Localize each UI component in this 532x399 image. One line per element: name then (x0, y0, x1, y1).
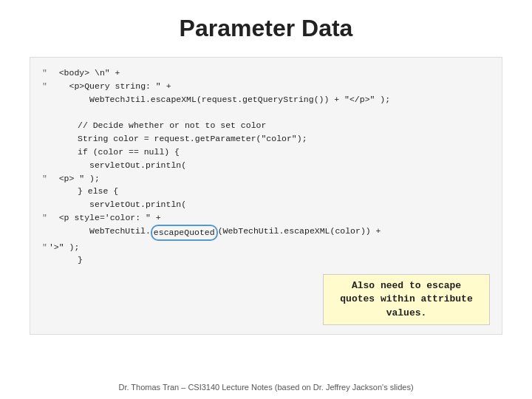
code-line-5: // Decide whether or not to set color (42, 119, 490, 132)
escape-quoted-highlight: escapeQuoted (151, 225, 218, 241)
code-line-9: " <p> " ); (42, 172, 490, 185)
code-text-15: } (78, 253, 83, 267)
code-line-15: } (42, 253, 490, 267)
code-text-7: if (color == null) { (78, 146, 180, 159)
quote-12: " (42, 211, 47, 225)
code-text-14: '>" ); (49, 241, 79, 254)
code-line-4 (42, 106, 490, 119)
code-line-3: WebTechJtil.escapeXML(request.getQuerySt… (42, 93, 490, 106)
code-text-4 (78, 106, 83, 119)
slide-title: Parameter Data (180, 15, 353, 42)
code-line-7: if (color == null) { (42, 146, 490, 159)
code-text-13b: (WebTechUtil.escapeXML(color)) + (218, 225, 381, 241)
annotation-text: Also need to escape quotes within attrib… (340, 280, 472, 318)
code-text-12: <p style='color: " + (49, 211, 161, 225)
code-line-11: servletOut.println( (42, 198, 490, 211)
code-line-10: } else { (42, 185, 490, 198)
code-text-8: servletOut.println( (89, 159, 186, 172)
annotation-box: Also need to escape quotes within attrib… (323, 274, 490, 325)
code-line-6: String color = request.getParameter("col… (42, 132, 490, 146)
footer: Dr. Thomas Tran – CSI3140 Lecture Notes … (0, 383, 532, 392)
code-text-10: } else { (78, 185, 118, 198)
code-block: " <body> \n" + " <p>Query string: " + We… (30, 57, 502, 335)
code-text-13a: WebTechUtil. (89, 225, 151, 241)
code-line-12: " <p style='color: " + (42, 211, 490, 225)
code-line-8: servletOut.println( (42, 159, 490, 172)
code-line-14: " '>" ); (42, 241, 490, 254)
code-text-9: <p> " ); (49, 172, 100, 185)
quote-9: " (42, 172, 47, 185)
code-text-11: servletOut.println( (89, 198, 186, 211)
code-line-2: " <p>Query string: " + (42, 80, 490, 93)
code-text-5: // Decide whether or not to set color (78, 119, 266, 132)
quote-2: " (42, 80, 47, 93)
code-text-2: <p>Query string: " + (49, 80, 171, 93)
code-text-1: <body> \n" + (49, 66, 120, 80)
code-text-3: WebTechJtil.escapeXML(request.getQuerySt… (89, 93, 390, 106)
slide-container: Parameter Data " <body> \n" + " <p>Query… (0, 0, 532, 399)
code-line-13: WebTechUtil.escapeQuoted(WebTechUtil.esc… (42, 225, 490, 241)
quote-14: " (42, 241, 47, 254)
code-line-1: " <body> \n" + (42, 66, 490, 80)
code-text-6: String color = request.getParameter("col… (78, 132, 307, 146)
quote-1: " (42, 66, 47, 80)
